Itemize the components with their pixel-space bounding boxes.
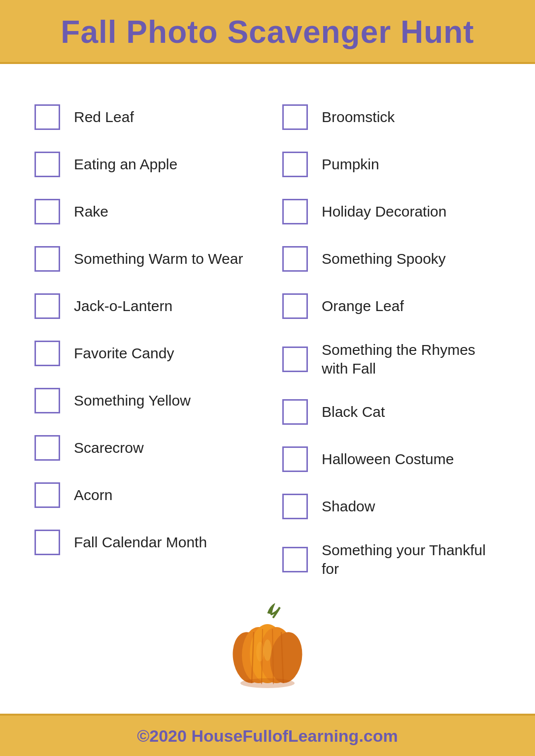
list-item-jack-o-lantern: Jack-o-Lantern xyxy=(30,283,258,330)
checkbox-something-thankful[interactable] xyxy=(282,547,308,572)
list-item-broomstick: Broomstick xyxy=(277,94,505,141)
label-rake: Rake xyxy=(74,202,108,221)
svg-point-11 xyxy=(240,678,295,688)
checkbox-jack-o-lantern[interactable] xyxy=(34,293,60,319)
right-column: Broomstick Pumpkin Holiday Decoration So… xyxy=(277,94,505,589)
label-pumpkin: Pumpkin xyxy=(322,155,379,174)
list-item-holiday-decoration: Holiday Decoration xyxy=(277,188,505,235)
label-favorite-candy: Favorite Candy xyxy=(74,344,174,363)
list-item-something-warm: Something Warm to Wear xyxy=(30,235,258,283)
page-title: Fall Photo Scavenger Hunt xyxy=(20,14,515,50)
pumpkin-illustration xyxy=(30,589,505,704)
label-something-spooky: Something Spooky xyxy=(322,250,446,268)
label-scarecrow: Scarecrow xyxy=(74,439,144,457)
checkbox-rake[interactable] xyxy=(34,199,60,224)
list-item-acorn: Acorn xyxy=(30,472,258,519)
items-grid: Red Leaf Eating an Apple Rake Something … xyxy=(30,94,505,589)
checkbox-something-spooky[interactable] xyxy=(282,246,308,272)
checkbox-eating-apple[interactable] xyxy=(34,152,60,177)
label-shadow: Shadow xyxy=(322,497,375,516)
list-item-shadow: Shadow xyxy=(277,483,505,530)
label-red-leaf: Red Leaf xyxy=(74,108,134,126)
label-something-thankful: Something your Thankful for xyxy=(322,541,501,578)
list-item-fall-calendar: Fall Calendar Month xyxy=(30,519,258,566)
list-item-halloween-costume: Halloween Costume xyxy=(277,436,505,483)
list-item-eating-apple: Eating an Apple xyxy=(30,141,258,188)
left-column: Red Leaf Eating an Apple Rake Something … xyxy=(30,94,258,589)
list-item-something-rhymes: Something the Rhymes with Fall xyxy=(277,330,505,388)
label-fall-calendar: Fall Calendar Month xyxy=(74,533,207,552)
checkbox-halloween-costume[interactable] xyxy=(282,446,308,472)
checkbox-orange-leaf[interactable] xyxy=(282,293,308,319)
checkbox-shadow[interactable] xyxy=(282,494,308,519)
label-something-warm: Something Warm to Wear xyxy=(74,250,243,268)
checkbox-scarecrow[interactable] xyxy=(34,435,60,461)
list-item-pumpkin: Pumpkin xyxy=(277,141,505,188)
page-footer: ©2020 HouseFullofLearning.com xyxy=(0,714,535,756)
list-item-rake: Rake xyxy=(30,188,258,235)
list-item-something-thankful: Something your Thankful for xyxy=(277,530,505,589)
label-eating-apple: Eating an Apple xyxy=(74,155,177,174)
checkbox-something-yellow[interactable] xyxy=(34,388,60,413)
checkbox-red-leaf[interactable] xyxy=(34,104,60,130)
list-item-scarecrow: Scarecrow xyxy=(30,424,258,472)
svg-point-5 xyxy=(256,642,264,662)
label-jack-o-lantern: Jack-o-Lantern xyxy=(74,297,172,315)
label-something-yellow: Something Yellow xyxy=(74,391,191,410)
list-item-orange-leaf: Orange Leaf xyxy=(277,283,505,330)
label-holiday-decoration: Holiday Decoration xyxy=(322,202,446,221)
pumpkin-icon xyxy=(218,598,317,699)
label-something-rhymes: Something the Rhymes with Fall xyxy=(322,341,501,378)
checkbox-acorn[interactable] xyxy=(34,482,60,508)
svg-point-6 xyxy=(264,639,271,661)
list-item-black-cat: Black Cat xyxy=(277,388,505,436)
main-content: Red Leaf Eating an Apple Rake Something … xyxy=(0,64,535,714)
label-orange-leaf: Orange Leaf xyxy=(322,297,404,315)
list-item-red-leaf: Red Leaf xyxy=(30,94,258,141)
list-item-favorite-candy: Favorite Candy xyxy=(30,330,258,377)
checkbox-something-warm[interactable] xyxy=(34,246,60,272)
checkbox-black-cat[interactable] xyxy=(282,399,308,425)
page-header: Fall Photo Scavenger Hunt xyxy=(0,0,535,64)
checkbox-holiday-decoration[interactable] xyxy=(282,199,308,224)
list-item-something-spooky: Something Spooky xyxy=(277,235,505,283)
footer-text: ©2020 HouseFullofLearning.com xyxy=(20,726,515,746)
label-halloween-costume: Halloween Costume xyxy=(322,450,454,469)
list-item-something-yellow: Something Yellow xyxy=(30,377,258,424)
label-broomstick: Broomstick xyxy=(322,108,395,126)
checkbox-fall-calendar[interactable] xyxy=(34,530,60,555)
label-acorn: Acorn xyxy=(74,486,112,504)
checkbox-something-rhymes[interactable] xyxy=(282,346,308,372)
checkbox-favorite-candy[interactable] xyxy=(34,341,60,366)
checkbox-broomstick[interactable] xyxy=(282,104,308,130)
label-black-cat: Black Cat xyxy=(322,403,385,421)
checkbox-pumpkin[interactable] xyxy=(282,152,308,177)
